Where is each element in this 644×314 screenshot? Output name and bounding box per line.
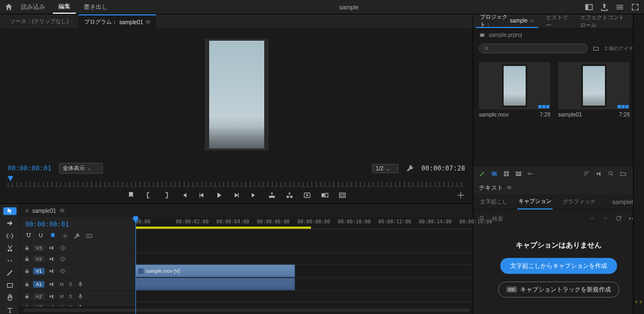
caption-subtab[interactable]: キャプション xyxy=(517,194,553,210)
sort-icon[interactable] xyxy=(583,170,590,177)
track-label[interactable]: V3 xyxy=(33,245,45,251)
rectangle-tool[interactable] xyxy=(3,282,17,289)
mute-toggle[interactable]: M xyxy=(59,282,64,287)
eye-icon[interactable] xyxy=(59,268,67,274)
write-icon[interactable] xyxy=(479,170,485,177)
track-label[interactable]: A2 xyxy=(33,293,45,300)
track-output-icon[interactable] xyxy=(48,293,56,300)
track-label[interactable]: V1 xyxy=(33,268,45,274)
lock-icon[interactable] xyxy=(24,256,30,262)
home-icon[interactable] xyxy=(4,3,13,12)
solo-toggle[interactable]: S xyxy=(68,282,73,287)
timeline-settings-icon[interactable] xyxy=(62,233,68,239)
track-output-icon[interactable] xyxy=(48,281,56,288)
graphic-subtab[interactable]: グラフィック xyxy=(561,195,597,209)
automate-icon[interactable] xyxy=(596,170,602,177)
audio-meter-strip[interactable]: s s xyxy=(633,14,644,314)
menu-export[interactable]: 書き出し xyxy=(78,1,113,13)
project-item[interactable]: sample017:28 xyxy=(558,62,630,159)
razor-tool[interactable] xyxy=(3,244,17,252)
mute-toggle[interactable]: M xyxy=(59,294,64,299)
snap-icon[interactable] xyxy=(25,233,32,239)
seq-menu-icon[interactable] xyxy=(59,208,65,213)
timeline-hscroll[interactable] xyxy=(20,306,473,314)
export-frame-icon[interactable] xyxy=(303,191,311,199)
text-menu-icon[interactable] xyxy=(506,185,512,190)
audio-clip[interactable] xyxy=(135,278,295,290)
lock-icon[interactable] xyxy=(24,282,30,287)
menu-import[interactable]: 読み込み xyxy=(15,1,51,13)
comparison-icon[interactable] xyxy=(321,191,329,199)
project-search-input[interactable] xyxy=(493,46,583,52)
zoom-fit-select[interactable]: 全体表示⌄ xyxy=(59,163,103,174)
quick-export-icon[interactable] xyxy=(615,3,624,12)
lock-icon[interactable] xyxy=(24,268,30,274)
timeline-ruler[interactable]: 00:00 00:00:02:00 00:00:04:00 00:00:06:0… xyxy=(135,217,473,229)
new-caption-track-button[interactable]: CC キャプショントラックを新規作成 xyxy=(498,282,620,298)
selection-tool[interactable] xyxy=(3,207,17,215)
create-from-transcript-button[interactable]: 文字起こしからキャプションを作成 xyxy=(500,258,617,274)
lock-icon[interactable] xyxy=(24,245,30,251)
cc-timeline-icon[interactable]: CC xyxy=(86,233,92,239)
lock-icon[interactable] xyxy=(24,294,30,299)
project-item[interactable]: sample.mov7:28 xyxy=(479,62,550,159)
settings-wrench-icon[interactable] xyxy=(406,164,414,172)
resolution-select[interactable]: 1/2⌄ xyxy=(372,164,399,173)
program-viewer[interactable] xyxy=(0,29,473,161)
step-back-icon[interactable] xyxy=(198,191,205,199)
find-icon[interactable] xyxy=(608,170,614,177)
timeline-playhead[interactable] xyxy=(135,217,136,314)
prev-result-icon[interactable] xyxy=(589,215,596,222)
voiceover-icon[interactable] xyxy=(77,304,84,307)
track-header-v1[interactable]: V1 xyxy=(20,265,135,278)
transcribe-subtab[interactable]: 文字起こし xyxy=(479,195,509,209)
in-point-icon[interactable] xyxy=(145,191,152,199)
mute-toggle[interactable]: M xyxy=(59,305,64,307)
history-tab[interactable]: ヒストリー xyxy=(542,14,573,28)
effect-controls-tab[interactable]: エフェクトコントロール xyxy=(576,14,634,28)
close-sequence-icon[interactable]: × xyxy=(25,207,29,214)
track-header-v3[interactable]: V3 xyxy=(20,243,135,254)
new-bin-icon[interactable] xyxy=(592,45,600,52)
caption-search-input[interactable] xyxy=(492,216,582,222)
voiceover-icon[interactable] xyxy=(77,293,84,300)
track-output-icon[interactable] xyxy=(48,304,56,307)
text-panel-tab[interactable]: テキスト xyxy=(479,184,503,192)
icon-view-icon[interactable] xyxy=(503,170,510,177)
timeline-timecode[interactable]: 00:00:00:01 xyxy=(20,217,135,232)
play-icon[interactable] xyxy=(215,191,223,199)
step-forward-icon[interactable] xyxy=(233,191,241,199)
fullscreen-icon[interactable] xyxy=(631,3,640,12)
track-output-icon[interactable] xyxy=(48,256,56,262)
track-header-v2[interactable]: V2 xyxy=(20,254,135,265)
marker-icon[interactable] xyxy=(127,191,135,199)
pen-tool[interactable] xyxy=(3,269,17,277)
marker-span-icon[interactable] xyxy=(50,233,56,239)
track-header-a3[interactable]: A3 M S xyxy=(20,302,135,306)
eye-icon[interactable] xyxy=(59,256,67,262)
track-label[interactable]: V2 xyxy=(33,256,45,262)
timeline-track-area[interactable]: sample.mov [V] xyxy=(135,243,473,306)
track-select-tool[interactable] xyxy=(3,219,17,227)
next-result-icon[interactable] xyxy=(602,215,609,222)
go-to-out-icon[interactable] xyxy=(250,191,258,199)
ripple-edit-tool[interactable] xyxy=(3,232,17,240)
project-search[interactable] xyxy=(479,43,588,53)
type-tool[interactable] xyxy=(3,306,17,314)
lock-icon[interactable] xyxy=(24,305,30,307)
refresh-icon[interactable] xyxy=(615,215,622,222)
freeform-view-icon[interactable] xyxy=(515,170,522,177)
hand-tool[interactable] xyxy=(3,294,17,301)
solo-toggle[interactable]: S xyxy=(68,305,73,307)
eye-icon[interactable] xyxy=(59,245,67,251)
slip-tool[interactable] xyxy=(3,257,17,265)
list-view-icon[interactable] xyxy=(491,170,498,177)
linked-selection-icon[interactable] xyxy=(37,233,44,239)
new-bin-toolbar-icon[interactable] xyxy=(620,170,626,177)
workspace-icon[interactable] xyxy=(585,3,593,12)
proj-menu-icon[interactable] xyxy=(530,18,534,24)
program-scrubber[interactable] xyxy=(8,176,465,187)
video-clip[interactable]: sample.mov [V] xyxy=(135,265,295,277)
solo-toggle[interactable]: S xyxy=(68,294,73,299)
track-header-a2[interactable]: A2 M S xyxy=(20,291,135,302)
